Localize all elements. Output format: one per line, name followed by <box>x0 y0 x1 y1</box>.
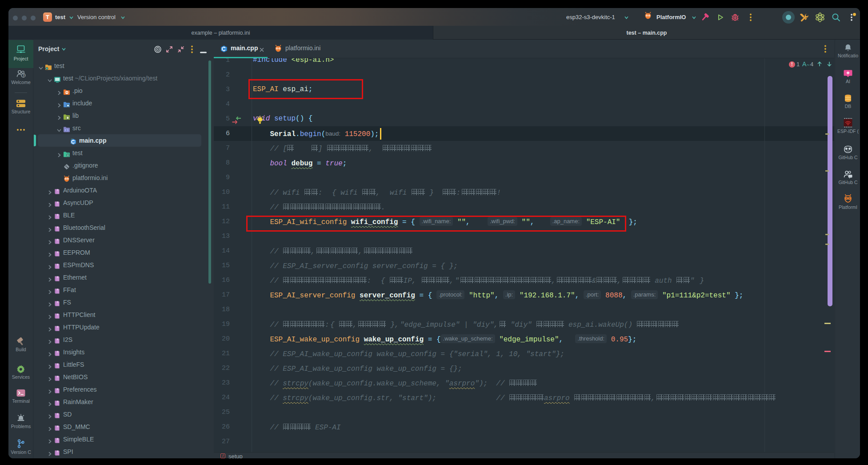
svg-text:?: ? <box>22 73 24 78</box>
